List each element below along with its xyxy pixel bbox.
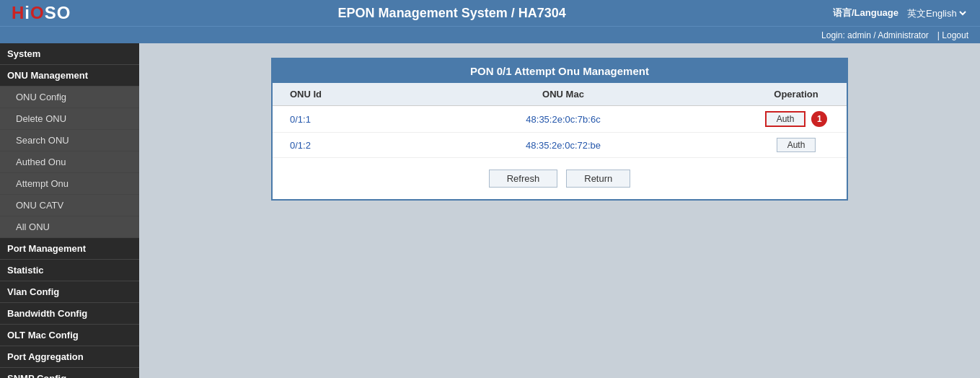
- sidebar-item-port-management[interactable]: Port Management: [0, 238, 139, 260]
- badge: 1: [811, 111, 827, 127]
- sidebar-item-snmp-config[interactable]: SNMP Config: [0, 368, 139, 378]
- language-selector[interactable]: 语言/Language 英文English: [833, 6, 968, 19]
- logo: HiOSO: [12, 3, 71, 23]
- operation-cell: Auth: [746, 133, 847, 158]
- sidebar: SystemONU ManagementONU ConfigDelete ONU…: [0, 43, 139, 378]
- auth-button-1[interactable]: Auth: [765, 111, 806, 127]
- login-info: Login: admin / Administrator: [821, 30, 929, 40]
- table-row: 0/1:148:35:2e:0c:7b:6cAuth1: [273, 106, 847, 133]
- page-title: EPON Management System / HA7304: [71, 6, 833, 21]
- sidebar-item-olt-mac-config[interactable]: OLT Mac Config: [0, 325, 139, 346]
- refresh-button[interactable]: Refresh: [489, 170, 558, 188]
- sidebar-item-authed-onu[interactable]: Authed Onu: [0, 151, 139, 173]
- auth-button-2[interactable]: Auth: [777, 138, 816, 152]
- logo-text: HiOSO: [12, 3, 71, 23]
- onu-mac-cell: 48:35:2e:0c:7b:6c: [381, 106, 746, 133]
- col-header-onu-id: ONU Id: [273, 83, 381, 106]
- sidebar-item-statistic[interactable]: Statistic: [0, 260, 139, 281]
- button-row: Refresh Return: [273, 158, 847, 199]
- sidebar-item-onu-catv[interactable]: ONU CATV: [0, 195, 139, 216]
- sidebar-item-onu-management[interactable]: ONU Management: [0, 65, 139, 87]
- header-bottom: Login: admin / Administrator | Logout: [0, 26, 980, 43]
- table-title: PON 0/1 Attempt Onu Management: [273, 59, 847, 83]
- onu-id-cell: 0/1:2: [273, 133, 381, 158]
- sidebar-item-bandwidth-config[interactable]: Bandwidth Config: [0, 303, 139, 325]
- sidebar-item-port-aggregation[interactable]: Port Aggregation: [0, 346, 139, 368]
- language-dropdown[interactable]: 英文English: [904, 7, 968, 19]
- table-row: 0/1:248:35:2e:0c:72:beAuth: [273, 133, 847, 158]
- header-top: HiOSO EPON Management System / HA7304 语言…: [0, 0, 980, 26]
- sidebar-item-attempt-onu[interactable]: Attempt Onu: [0, 173, 139, 195]
- logout-link[interactable]: | Logout: [937, 30, 968, 40]
- sidebar-item-all-onu[interactable]: All ONU: [0, 216, 139, 238]
- language-label: 语言/Language: [833, 6, 899, 19]
- main-layout: SystemONU ManagementONU ConfigDelete ONU…: [0, 43, 980, 378]
- onu-mac-cell: 48:35:2e:0c:72:be: [381, 133, 746, 158]
- sidebar-item-delete-onu[interactable]: Delete ONU: [0, 108, 139, 130]
- sidebar-item-vlan-config[interactable]: Vlan Config: [0, 281, 139, 303]
- sidebar-item-system[interactable]: System: [0, 43, 139, 65]
- return-button[interactable]: Return: [566, 170, 630, 188]
- operation-cell: Auth1: [746, 106, 847, 133]
- onu-table: ONU Id ONU Mac Operation 0/1:148:35:2e:0…: [273, 83, 847, 158]
- col-header-operation: Operation: [746, 83, 847, 106]
- onu-table-container: PON 0/1 Attempt Onu Management ONU Id ON…: [271, 58, 848, 201]
- content-area: PON 0/1 Attempt Onu Management ONU Id ON…: [139, 43, 980, 378]
- col-header-onu-mac: ONU Mac: [381, 83, 746, 106]
- sidebar-item-search-onu[interactable]: Search ONU: [0, 130, 139, 151]
- sidebar-item-onu-config[interactable]: ONU Config: [0, 87, 139, 108]
- onu-id-cell: 0/1:1: [273, 106, 381, 133]
